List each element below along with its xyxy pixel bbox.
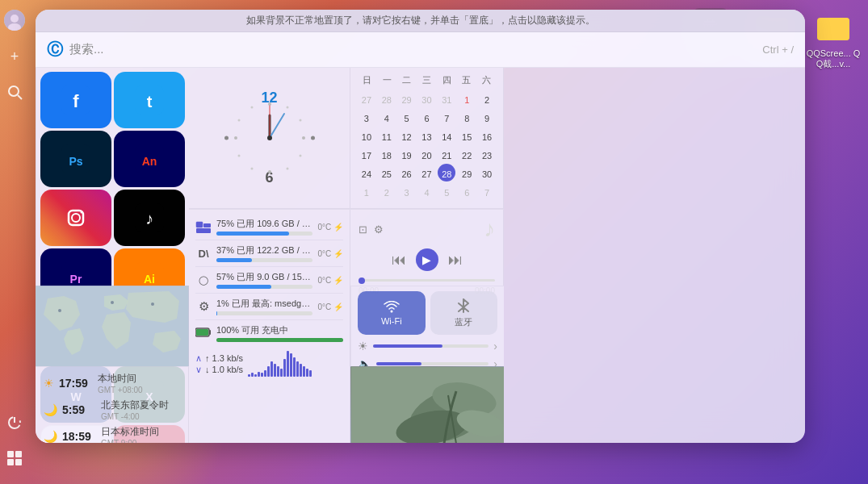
svg-point-21	[286, 106, 288, 109]
cal-cell[interactable]: 2	[378, 182, 396, 200]
day-mon: 一	[378, 74, 396, 86]
cal-cell[interactable]: 30	[478, 164, 496, 182]
search-taskbar-button[interactable]	[5, 82, 24, 102]
cal-cell[interactable]: 2	[478, 90, 496, 107]
net-bar	[264, 370, 266, 377]
cal-cell[interactable]: 22	[458, 145, 476, 163]
cal-cell[interactable]: 27	[358, 90, 375, 107]
stat-d-label: 37% 已用 122.2 GB / 329.1...	[216, 244, 312, 257]
app-tiktok[interactable]: ♪	[114, 190, 185, 246]
desktop-icon-qq[interactable]: QQScree... QQ截...v...	[805, 6, 862, 69]
svg-point-3	[10, 15, 19, 23]
net-bar	[287, 351, 289, 377]
user-avatar[interactable]	[4, 10, 25, 31]
cal-cell[interactable]: 6	[458, 182, 476, 200]
cal-cell[interactable]: 4	[378, 108, 396, 126]
next-button[interactable]: ⏭	[448, 252, 463, 269]
stat-c-drive: 75% 已用 109.6 GB / 146.5... 0°C ⚡	[195, 214, 343, 240]
svg-point-20	[267, 136, 272, 140]
svg-text:♪: ♪	[145, 210, 153, 227]
cal-cell[interactable]: 28	[378, 90, 396, 107]
cal-cell[interactable]: 1	[358, 182, 375, 200]
app-animate[interactable]: An	[114, 131, 185, 187]
cal-cell[interactable]: 27	[417, 164, 435, 182]
cal-cell[interactable]: 31	[438, 90, 455, 107]
prev-button[interactable]: ⏮	[392, 252, 406, 269]
cal-cell[interactable]: 24	[358, 164, 375, 182]
add-button[interactable]: +	[5, 47, 24, 66]
net-bar	[277, 366, 279, 377]
cal-cell[interactable]: 18	[378, 145, 396, 163]
notice-bar[interactable]: 如果背景不正常地置顶了，请对它按右键，并单击「置底」，点击以隐藏该提示。	[36, 10, 805, 32]
taskbar-bottom	[0, 413, 29, 468]
svg-rect-65	[203, 223, 211, 227]
cal-cell[interactable]: 23	[478, 145, 496, 163]
cal-cell[interactable]: 6	[417, 108, 435, 126]
svg-point-71	[58, 309, 61, 312]
cal-cell[interactable]: 13	[417, 127, 435, 144]
cal-cell[interactable]: 19	[398, 145, 416, 163]
cal-cell[interactable]: 4	[417, 182, 435, 200]
windows-button[interactable]	[5, 449, 24, 468]
svg-point-22	[299, 119, 301, 122]
japan-time-info: 日本标准时间 GMT 9:00	[101, 425, 159, 443]
svg-point-73	[151, 302, 154, 306]
cal-cell[interactable]: 9	[478, 108, 496, 126]
local-time-gmt: GMT +08:00	[98, 386, 143, 394]
brightness-track[interactable]	[373, 344, 489, 348]
cal-cell-today[interactable]: 28	[438, 164, 455, 182]
svg-rect-66	[196, 228, 211, 233]
cal-cell[interactable]: 5	[438, 182, 455, 200]
cal-cell[interactable]: 3	[398, 182, 416, 200]
music-progress-bar[interactable]	[359, 279, 495, 282]
world-map-svg	[36, 286, 189, 366]
music-controls[interactable]: ⏮ ▶ ⏭	[359, 245, 495, 274]
cal-cell[interactable]: 16	[478, 127, 496, 144]
net-bar	[270, 361, 273, 377]
cal-cell[interactable]: 21	[438, 145, 455, 163]
cal-cell[interactable]: 20	[417, 145, 435, 163]
cal-cell[interactable]: 25	[378, 164, 396, 182]
volume-track[interactable]	[376, 362, 489, 365]
stat-c-info: 75% 已用 109.6 GB / 146.5...	[216, 218, 312, 236]
stat-ram-label: 57% 已用 9.0 GB / 15.8 GB	[216, 271, 312, 283]
cal-cell[interactable]: 12	[398, 127, 416, 144]
music-note-icon: ♪	[484, 216, 495, 242]
cal-cell[interactable]: 30	[417, 90, 435, 107]
slider-more-icon[interactable]: ›	[493, 340, 497, 353]
wifi-button[interactable]: Wi-Fi	[358, 291, 426, 335]
cal-cell[interactable]: 14	[438, 127, 455, 144]
app-facebook[interactable]: f	[40, 72, 111, 128]
calendar-header: 日 一 二 三 四 五 六	[357, 74, 497, 86]
power-button[interactable]	[5, 413, 24, 432]
app-photoshop[interactable]: Ps	[40, 131, 111, 187]
content-grid: 12 6	[36, 68, 805, 443]
app-instagram[interactable]	[40, 190, 111, 246]
cal-cell[interactable]: 15	[458, 127, 476, 144]
search-shortcut: Ctrl + /	[762, 44, 794, 56]
cal-cell[interactable]: 3	[358, 108, 375, 126]
app-twitter[interactable]: t	[114, 72, 185, 128]
bluetooth-button[interactable]: 蓝牙	[430, 291, 498, 335]
cal-cell[interactable]: 8	[458, 108, 476, 126]
cal-cell[interactable]: 1	[458, 90, 476, 107]
cal-cell[interactable]: 7	[478, 182, 496, 200]
stat-battery-info: 100% 可用 充电中	[216, 324, 343, 342]
net-bar	[280, 369, 283, 377]
svg-point-26	[237, 155, 240, 157]
svg-rect-11	[7, 459, 14, 465]
photo-decoration-svg	[351, 367, 504, 443]
svg-rect-9	[7, 451, 14, 457]
cal-cell[interactable]: 26	[398, 164, 416, 182]
cal-cell[interactable]: 29	[458, 164, 476, 182]
download-speed: ↓ 1.0 kb/s	[205, 365, 243, 374]
play-button[interactable]: ▶	[416, 248, 438, 271]
cal-cell[interactable]: 17	[358, 145, 375, 163]
cal-cell[interactable]: 10	[358, 127, 375, 144]
local-time-name: 本地时间	[98, 372, 143, 386]
cal-cell[interactable]: 7	[438, 108, 455, 126]
search-bar[interactable]: Ⓒ 搜索... Ctrl + /	[36, 32, 805, 68]
cal-cell[interactable]: 11	[378, 127, 396, 144]
cal-cell[interactable]: 5	[398, 108, 416, 126]
cal-cell[interactable]: 29	[398, 90, 416, 107]
